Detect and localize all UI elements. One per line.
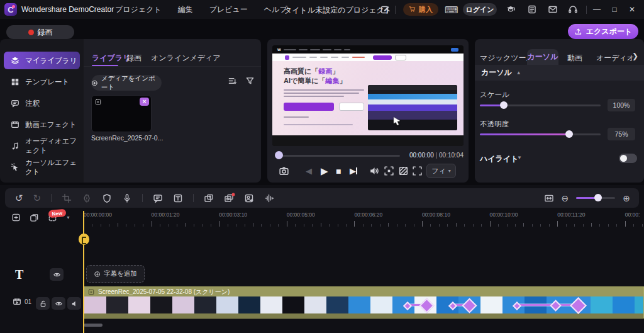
zoom-fit-dropdown[interactable]: フィ▾ bbox=[426, 164, 456, 178]
tab-magic-tools[interactable]: マジックツール bbox=[480, 53, 534, 64]
tab-recordings[interactable]: 録画 bbox=[126, 53, 142, 64]
zoom-out-icon[interactable]: ⊖ bbox=[562, 193, 569, 203]
menu-edit[interactable]: 編集 bbox=[178, 4, 193, 15]
menu-project[interactable]: プロジェクト bbox=[115, 4, 162, 15]
scale-value[interactable]: 100% bbox=[608, 99, 635, 111]
export-button[interactable]: エクスポート bbox=[568, 24, 638, 39]
plus-circle-icon bbox=[91, 79, 98, 87]
fit-timeline-icon[interactable] bbox=[544, 193, 554, 203]
opacity-value[interactable]: 75% bbox=[608, 128, 635, 140]
scale-label: スケール bbox=[480, 90, 509, 99]
auto-caption-icon[interactable] bbox=[204, 193, 214, 203]
opacity-slider-thumb[interactable] bbox=[565, 130, 573, 138]
timeline-zoom-slider[interactable] bbox=[576, 197, 615, 199]
tab-video[interactable]: 動画 bbox=[567, 53, 582, 64]
playhead-flag[interactable] bbox=[79, 234, 89, 245]
video-track-lock-button[interactable] bbox=[36, 297, 50, 310]
close-button[interactable]: ✕ bbox=[625, 5, 639, 14]
undo-icon[interactable]: ↺ bbox=[15, 193, 23, 203]
menu-preview[interactable]: プレビュー bbox=[209, 4, 248, 15]
tabs-overflow-chevron-icon[interactable]: ❯ bbox=[632, 52, 638, 60]
feedback-icon[interactable] bbox=[527, 4, 537, 14]
stop-button[interactable]: ■ bbox=[336, 166, 341, 176]
divider bbox=[84, 66, 261, 67]
video-track-label: 01 bbox=[13, 297, 31, 306]
media-thumbnail[interactable]: ✕ bbox=[91, 95, 152, 132]
eye-icon bbox=[55, 300, 63, 308]
focus-region-icon[interactable] bbox=[384, 166, 394, 176]
sidebar-item-audio-effects[interactable]: オーディオエフェクト bbox=[4, 137, 80, 155]
timeline-horizontal-scrollbar[interactable] bbox=[84, 324, 103, 327]
audio-effect-icon bbox=[11, 142, 19, 150]
cursor-section-header[interactable]: カーソル▲ bbox=[475, 65, 644, 81]
zoom-slider-thumb[interactable] bbox=[594, 194, 602, 201]
divider bbox=[51, 194, 52, 202]
text-tool-icon[interactable] bbox=[173, 193, 183, 203]
sidebar-item-annotations[interactable]: 注釈 bbox=[4, 94, 80, 112]
highlight-toggle[interactable] bbox=[619, 154, 637, 163]
maximize-button[interactable]: □ bbox=[608, 5, 621, 14]
prev-frame-button[interactable]: ◀ bbox=[306, 166, 312, 176]
sort-icon[interactable] bbox=[228, 76, 237, 86]
minimize-button[interactable]: — bbox=[590, 5, 604, 14]
avatar-tool-icon[interactable] bbox=[244, 193, 254, 203]
seek-thumb[interactable] bbox=[275, 151, 283, 159]
shield-privacy-icon[interactable] bbox=[102, 193, 112, 203]
seek-bar[interactable] bbox=[277, 155, 400, 157]
microphone-icon[interactable] bbox=[122, 193, 132, 203]
buy-button[interactable]: 購入 bbox=[403, 3, 438, 16]
fullscreen-icon[interactable] bbox=[412, 166, 423, 176]
text-track-visibility-button[interactable] bbox=[50, 268, 64, 281]
add-subtitle-button[interactable]: 字幕を追加 bbox=[86, 265, 145, 283]
sidebar-item-video-effects[interactable]: 動画エフェクト bbox=[4, 116, 80, 133]
edited-badge-icon: ✕ bbox=[140, 98, 149, 106]
video-site-header: W bbox=[272, 45, 464, 54]
shortcut-keyboard-icon[interactable]: ⌨ bbox=[445, 4, 458, 16]
rename-icon[interactable] bbox=[380, 4, 390, 14]
tab-cursor[interactable]: カーソル bbox=[527, 49, 558, 65]
crop-icon[interactable] bbox=[62, 193, 72, 203]
highlight-expand-arrow-icon[interactable]: ▼ bbox=[517, 155, 522, 161]
template-icon bbox=[11, 77, 19, 86]
record-dot-icon bbox=[28, 30, 34, 35]
record-button[interactable]: 録画 bbox=[6, 25, 74, 39]
preview-video[interactable]: W 高画質に「録画」 AIで簡単に「編集」 bbox=[272, 45, 464, 146]
add-track-icon[interactable] bbox=[11, 213, 21, 222]
timeline-clip[interactable]: ScreenRec_2025-07-05 22-32-08 (スクリーン) bbox=[84, 286, 644, 319]
login-button[interactable]: ログイン bbox=[463, 3, 497, 16]
tutorial-icon[interactable] bbox=[506, 4, 516, 14]
snapshot-camera-icon[interactable] bbox=[279, 166, 289, 176]
zoom-in-icon[interactable]: ⊕ bbox=[623, 193, 630, 203]
tab-audio[interactable]: オーディオ bbox=[596, 53, 635, 64]
media-thumbnail-label: ScreenRec_2025-07-0... bbox=[91, 134, 163, 142]
tab-library[interactable]: ライブラリ bbox=[92, 53, 130, 64]
filter-icon[interactable] bbox=[245, 76, 255, 86]
eye-icon bbox=[53, 271, 61, 279]
divider bbox=[586, 6, 587, 14]
denoise-wave-icon[interactable] bbox=[264, 193, 274, 203]
play-button[interactable]: ▶ bbox=[321, 166, 328, 177]
selection-mode-arrow-icon[interactable]: ▼ bbox=[66, 215, 70, 220]
green-screen-icon[interactable] bbox=[398, 166, 409, 176]
redo-icon[interactable]: ↻ bbox=[33, 193, 42, 203]
volume-icon[interactable] bbox=[369, 166, 379, 176]
scale-slider-thumb[interactable] bbox=[500, 101, 508, 109]
import-media-button[interactable]: メディアをインポート bbox=[91, 75, 162, 91]
video-track-visibility-button[interactable] bbox=[52, 297, 65, 310]
support-headset-icon[interactable] bbox=[568, 4, 578, 14]
mail-icon[interactable] bbox=[548, 4, 558, 14]
sidebar-item-cursor-effects[interactable]: カーソルエフェクト bbox=[4, 159, 80, 176]
playhead[interactable] bbox=[83, 211, 84, 333]
sidebar-item-templates[interactable]: テンプレート bbox=[4, 73, 80, 91]
annotation-tool-icon[interactable] bbox=[153, 193, 163, 203]
sidebar-item-my-library[interactable]: マイライブラリ bbox=[4, 52, 80, 69]
app-logo-icon: C bbox=[4, 3, 17, 16]
tab-online-media[interactable]: オンラインメディア bbox=[151, 53, 221, 64]
video-track-mute-button[interactable] bbox=[67, 297, 81, 310]
manage-tracks-icon[interactable] bbox=[30, 213, 39, 222]
clip-name: ScreenRec_2025-07-05 22-32-08 (スクリーン) bbox=[98, 288, 230, 296]
next-frame-button[interactable]: ▶ bbox=[350, 166, 357, 176]
split-icon[interactable] bbox=[82, 193, 92, 203]
hero-app-screenshot bbox=[368, 85, 457, 130]
subtitle-tool-icon[interactable] bbox=[224, 193, 234, 203]
